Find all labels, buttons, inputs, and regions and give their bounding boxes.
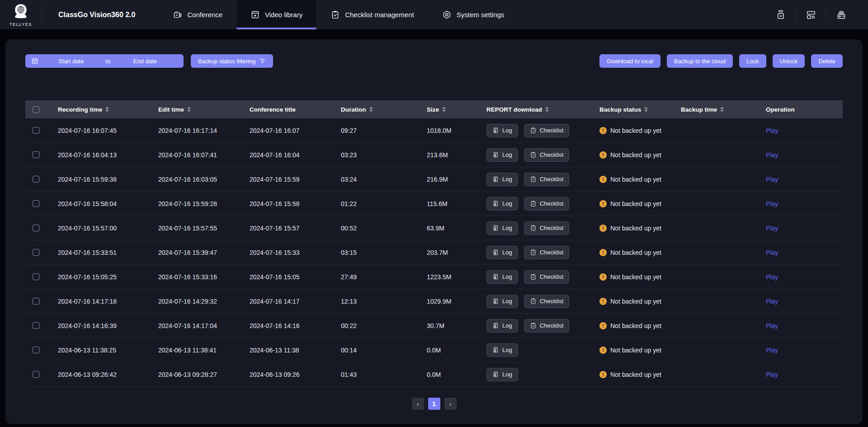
checklist-button[interactable]: Checklist — [524, 295, 570, 308]
play-link[interactable]: Play — [766, 249, 778, 256]
play-link[interactable]: Play — [766, 371, 778, 378]
sort-icon[interactable] — [442, 107, 446, 112]
column-header[interactable]: REPORT download — [481, 106, 594, 113]
log-button[interactable]: Log — [486, 124, 518, 137]
log-button[interactable]: Log — [486, 319, 518, 333]
next-page-button[interactable]: › — [444, 398, 457, 410]
tab-video-library[interactable]: Video library — [236, 0, 316, 29]
date-range-picker[interactable]: Start date to End date — [25, 54, 184, 68]
play-link[interactable]: Play — [766, 347, 778, 354]
sort-icon[interactable] — [369, 107, 373, 112]
play-link[interactable]: Play — [766, 225, 778, 232]
sort-icon[interactable] — [644, 107, 648, 112]
duration-cell: 12:13 — [341, 298, 357, 305]
prev-page-button[interactable]: ‹ — [412, 398, 424, 410]
row-checkbox[interactable] — [33, 225, 39, 231]
tab-conference[interactable]: Conference — [159, 0, 236, 29]
row-checkbox[interactable] — [33, 273, 39, 280]
lock-button[interactable]: Lock — [739, 54, 766, 68]
row-checkbox[interactable] — [33, 127, 39, 134]
backup-to-cloud-button[interactable]: Backup to the cloud — [667, 54, 733, 68]
log-button[interactable]: Log — [486, 221, 518, 235]
checklist-button[interactable]: Checklist — [524, 148, 570, 162]
log-button[interactable]: Log — [486, 343, 518, 357]
download-to-local-button[interactable]: Download to local — [599, 54, 660, 68]
recorder-device-button[interactable] — [826, 0, 856, 29]
column-header[interactable]: Edit time — [153, 106, 244, 113]
log-button[interactable]: Log — [486, 173, 518, 186]
filter-toolbar: Start date to End date Backup status fil… — [5, 39, 863, 68]
column-header[interactable]: Backup status — [594, 106, 675, 113]
duration-cell: 00:22 — [341, 322, 357, 329]
conference-title-cell: 2024-07-16 15:33 — [250, 249, 300, 256]
column-header[interactable]: Size — [421, 106, 481, 113]
app-title: ClassGo Vision360 2.0 — [42, 0, 159, 29]
table-body: 2024-07-16 16:07:45 2024-07-16 16:17:14 … — [25, 118, 843, 387]
row-checkbox[interactable] — [33, 151, 39, 158]
column-header[interactable]: Duration — [335, 106, 421, 113]
checklist-button[interactable]: Checklist — [524, 246, 570, 259]
checklist-button[interactable]: Checklist — [524, 197, 570, 211]
checklist-button[interactable]: Checklist — [524, 270, 570, 284]
play-link[interactable]: Play — [766, 322, 778, 329]
play-link[interactable]: Play — [766, 127, 778, 134]
conference-title-cell: 2024-07-16 15:58 — [250, 200, 300, 207]
tab-system-settings[interactable]: System settings — [428, 0, 519, 29]
log-button[interactable]: Log — [486, 270, 518, 284]
sort-icon[interactable] — [187, 107, 191, 112]
warning-icon: ! — [599, 249, 607, 256]
play-link[interactable]: Play — [766, 200, 778, 207]
edit-time-cell: 2024-06-13 09:28:27 — [158, 371, 217, 378]
play-link[interactable]: Play — [766, 176, 778, 183]
delete-button[interactable]: Delete — [811, 54, 843, 68]
play-link[interactable]: Play — [766, 151, 778, 159]
page-1-button[interactable]: 1 — [428, 398, 440, 410]
row-checkbox[interactable] — [33, 347, 39, 353]
log-button[interactable]: Log — [486, 246, 518, 259]
end-date-input[interactable]: End date — [112, 58, 178, 65]
unlock-button[interactable]: Unlock — [773, 54, 805, 68]
column-header[interactable]: Conference title — [244, 106, 335, 113]
log-button[interactable]: Log — [486, 368, 518, 381]
log-button-label: Log — [502, 225, 512, 231]
play-link[interactable]: Play — [766, 298, 778, 305]
log-button-label: Log — [502, 200, 512, 207]
checklist-button[interactable]: Checklist — [524, 124, 570, 137]
log-file-icon — [492, 225, 499, 231]
row-checkbox[interactable] — [33, 200, 39, 207]
conference-title-cell: 2024-06-13 09:26 — [250, 371, 300, 378]
duration-cell: 03:15 — [341, 249, 357, 256]
sort-icon[interactable] — [720, 107, 724, 112]
table-row: 2024-07-16 15:59:38 2024-07-16 16:03:05 … — [25, 167, 843, 192]
row-checkbox[interactable] — [33, 371, 39, 378]
checklist-button-label: Checklist — [540, 322, 564, 329]
checklist-button-icon — [530, 249, 537, 256]
start-date-input[interactable]: Start date — [38, 58, 104, 65]
checklist-button[interactable]: Checklist — [524, 221, 570, 235]
row-checkbox[interactable] — [33, 298, 39, 305]
log-button[interactable]: Log — [486, 295, 518, 308]
log-button-label: Log — [502, 322, 512, 329]
select-all-cell — [25, 106, 52, 113]
layout-button[interactable] — [796, 0, 826, 29]
sort-icon[interactable] — [545, 107, 549, 112]
row-checkbox[interactable] — [33, 249, 39, 256]
checklist-button[interactable]: Checklist — [524, 173, 570, 186]
checklist-button[interactable]: Checklist — [524, 319, 570, 333]
backup-status-cell: Not backed up yet — [610, 249, 661, 256]
sort-icon[interactable] — [105, 107, 109, 112]
log-button[interactable]: Log — [486, 197, 518, 211]
play-link[interactable]: Play — [766, 273, 778, 281]
column-header[interactable]: Backup time — [675, 106, 760, 113]
column-header[interactable]: Operation — [760, 106, 843, 113]
column-header[interactable]: Recording time — [52, 106, 153, 113]
table-row: 2024-06-13 09:26:42 2024-06-13 09:28:27 … — [25, 362, 843, 387]
row-checkbox[interactable] — [33, 176, 39, 183]
row-checkbox[interactable] — [33, 322, 39, 329]
recording-time-cell: 2024-07-16 15:58:04 — [58, 200, 117, 207]
select-all-checkbox[interactable] — [33, 106, 39, 113]
tab-checklist-management[interactable]: Checklist management — [316, 0, 428, 29]
cast-play-button[interactable] — [766, 0, 796, 29]
backup-status-filter-button[interactable]: Backup status filtering — [191, 54, 273, 68]
log-button[interactable]: Log — [486, 148, 518, 162]
